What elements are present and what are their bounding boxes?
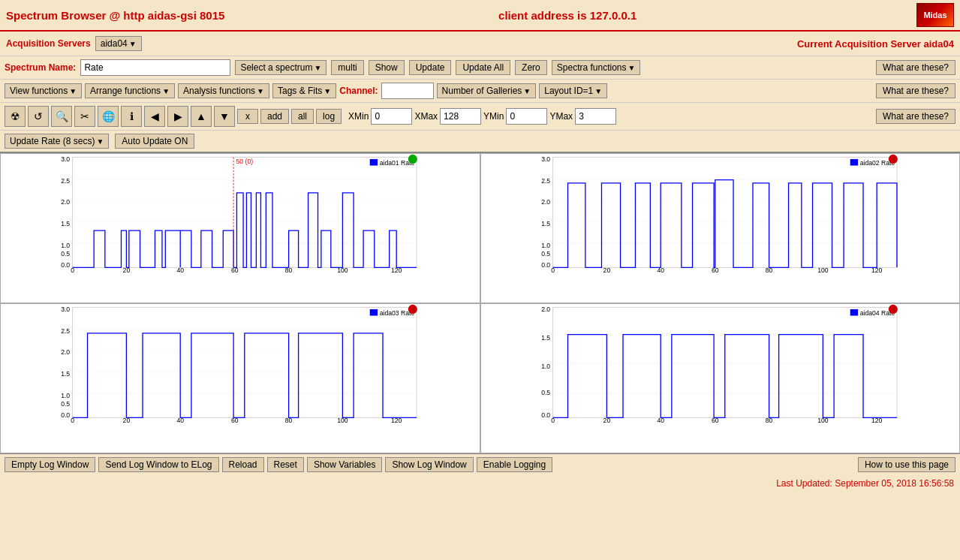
svg-text:1.5: 1.5 bbox=[61, 370, 70, 378]
info-icon-btn[interactable]: ℹ bbox=[121, 106, 142, 127]
logo: Midas bbox=[916, 3, 954, 27]
ymin-input[interactable] bbox=[506, 108, 547, 125]
svg-text:2.0: 2.0 bbox=[541, 306, 550, 313]
svg-rect-84 bbox=[850, 309, 857, 316]
chart-svg-3: 3.0 2.5 2.0 1.5 1.0 0.5 0.0 0 20 40 60 8… bbox=[1, 304, 480, 424]
send-log-btn[interactable]: Send Log Window to ELog bbox=[98, 457, 218, 472]
client-address: client address is 127.0.0.1 bbox=[498, 9, 636, 22]
charts-container: 3.0 2.5 2.0 1.5 1.0 0.5 0.0 0 20 40 60 8… bbox=[0, 153, 960, 453]
svg-text:0.5: 0.5 bbox=[541, 389, 550, 396]
footer-buttons: Empty Log Window Send Log Window to ELog… bbox=[0, 453, 960, 475]
header: Spectrum Browser @ http aidas-gsi 8015 c… bbox=[0, 0, 960, 32]
svg-text:0.0: 0.0 bbox=[541, 411, 550, 419]
globe-icon-btn[interactable]: 🌐 bbox=[98, 106, 119, 127]
svg-text:0.5: 0.5 bbox=[61, 400, 70, 408]
acquisition-row: Acquisition Servers aida04 ▼ Current Acq… bbox=[0, 32, 960, 56]
functions-what-btn[interactable]: What are these? bbox=[876, 83, 955, 98]
svg-text:1.0: 1.0 bbox=[61, 242, 70, 249]
svg-rect-7 bbox=[73, 157, 417, 267]
all-btn[interactable]: all bbox=[291, 109, 314, 124]
down-arrow-btn[interactable]: ▼ bbox=[214, 106, 235, 127]
svg-text:3.0: 3.0 bbox=[541, 155, 550, 163]
radiation-icon-btn[interactable]: ☢ bbox=[5, 106, 26, 127]
update-all-btn[interactable]: Update All bbox=[456, 60, 510, 75]
view-functions-btn[interactable]: View functions ▼ bbox=[5, 83, 82, 98]
spectrum-name-label: Spectrum Name: bbox=[5, 62, 76, 73]
icons-what-btn[interactable]: What are these? bbox=[876, 109, 955, 124]
analysis-functions-btn[interactable]: Analysis functions ▼ bbox=[178, 83, 269, 98]
tags-fits-btn[interactable]: Tags & Fits ▼ bbox=[272, 83, 336, 98]
chart-svg-4: 2.0 1.5 1.0 0.5 0.0 0 20 40 60 80 100 12… bbox=[481, 304, 960, 424]
chart-aida04: 2.0 1.5 1.0 0.5 0.0 0 20 40 60 80 100 12… bbox=[480, 303, 961, 453]
how-to-btn[interactable]: How to use this page bbox=[858, 457, 955, 472]
svg-rect-21 bbox=[370, 159, 378, 166]
svg-text:0.0: 0.0 bbox=[541, 261, 550, 269]
scissors-icon-btn[interactable]: ✂ bbox=[74, 106, 95, 127]
icons-row: ☢ ↺ 🔍 ✂ 🌐 ℹ ◀ ▶ ▲ ▼ x add all log XMin X… bbox=[0, 103, 960, 131]
svg-text:2.5: 2.5 bbox=[61, 177, 70, 185]
svg-text:50 (0): 50 (0) bbox=[236, 158, 254, 165]
spectrum-what-btn[interactable]: What are these? bbox=[876, 60, 955, 75]
spectrum-name-input[interactable] bbox=[80, 59, 230, 76]
galleries-btn[interactable]: Number of Galleries ▼ bbox=[437, 83, 537, 98]
ymax-input[interactable] bbox=[575, 108, 616, 125]
multi-btn[interactable]: multi bbox=[331, 60, 363, 75]
current-server: Current Acquisition Server aida04 bbox=[797, 38, 954, 50]
search-icon-btn[interactable]: 🔍 bbox=[51, 106, 72, 127]
svg-text:3.0: 3.0 bbox=[61, 306, 70, 313]
x-btn[interactable]: x bbox=[237, 109, 258, 124]
zero-btn[interactable]: Zero bbox=[515, 60, 547, 75]
svg-text:1.0: 1.0 bbox=[541, 363, 550, 370]
update-row: Update Rate (8 secs) ▼ Auto Update ON bbox=[0, 131, 960, 153]
chart-aida03: 3.0 2.5 2.0 1.5 1.0 0.5 0.0 0 20 40 60 8… bbox=[0, 303, 480, 453]
chart-aida02: 3.0 2.5 2.0 1.5 1.0 0.5 0.0 0 20 40 60 8… bbox=[480, 153, 961, 303]
svg-point-86 bbox=[888, 305, 897, 314]
reset-btn[interactable]: Reset bbox=[267, 457, 304, 472]
auto-update-btn[interactable]: Auto Update ON bbox=[115, 134, 194, 149]
xmin-label: XMin bbox=[348, 111, 369, 122]
acq-server-select[interactable]: aida04 ▼ bbox=[95, 36, 142, 51]
left-arrow-btn[interactable]: ◀ bbox=[144, 106, 165, 127]
svg-text:40: 40 bbox=[176, 266, 184, 274]
app-title: Spectrum Browser @ http aidas-gsi 8015 bbox=[6, 9, 224, 22]
spectra-functions-btn[interactable]: Spectra functions ▼ bbox=[552, 60, 641, 75]
update-rate-btn[interactable]: Update Rate (8 secs) ▼ bbox=[5, 134, 109, 149]
xmax-input[interactable] bbox=[440, 108, 481, 125]
svg-text:2.0: 2.0 bbox=[61, 348, 70, 356]
svg-point-45 bbox=[888, 155, 897, 164]
svg-text:1.5: 1.5 bbox=[61, 220, 70, 227]
refresh-icon-btn[interactable]: ↺ bbox=[28, 106, 49, 127]
empty-log-btn[interactable]: Empty Log Window bbox=[5, 457, 95, 472]
arrange-functions-btn[interactable]: Arrange functions ▼ bbox=[85, 83, 175, 98]
svg-text:1.5: 1.5 bbox=[541, 334, 550, 342]
show-log-btn[interactable]: Show Log Window bbox=[385, 457, 473, 472]
right-arrow-btn[interactable]: ▶ bbox=[167, 106, 188, 127]
svg-text:20: 20 bbox=[603, 266, 610, 274]
functions-row: View functions ▼ Arrange functions ▼ Ana… bbox=[0, 80, 960, 103]
add-btn[interactable]: add bbox=[260, 109, 289, 124]
channel-input[interactable] bbox=[381, 83, 434, 99]
up-arrow-btn[interactable]: ▲ bbox=[191, 106, 212, 127]
reload-btn[interactable]: Reload bbox=[222, 457, 264, 472]
svg-rect-43 bbox=[850, 159, 857, 166]
svg-text:1.0: 1.0 bbox=[541, 242, 550, 249]
show-btn[interactable]: Show bbox=[369, 60, 405, 75]
svg-text:0.5: 0.5 bbox=[541, 250, 550, 257]
xmin-input[interactable] bbox=[371, 108, 412, 125]
log-btn[interactable]: log bbox=[316, 109, 342, 124]
last-updated: Last Updated: September 05, 2018 16:56:5… bbox=[0, 475, 960, 492]
svg-text:2.0: 2.0 bbox=[541, 198, 550, 206]
show-variables-btn[interactable]: Show Variables bbox=[307, 457, 383, 472]
axis-controls: XMin XMax YMin YMax bbox=[348, 108, 616, 125]
update-btn[interactable]: Update bbox=[409, 60, 452, 75]
svg-text:3.0: 3.0 bbox=[61, 155, 70, 163]
svg-text:0.0: 0.0 bbox=[61, 261, 70, 269]
midas-logo: Midas bbox=[916, 3, 954, 27]
select-spectrum-btn[interactable]: Select a spectrum ▼ bbox=[235, 60, 327, 75]
spectrum-row: Spectrum Name: Select a spectrum ▼ multi… bbox=[0, 56, 960, 80]
xmax-label: XMax bbox=[414, 111, 438, 122]
enable-logging-btn[interactable]: Enable Logging bbox=[477, 457, 552, 472]
svg-text:2.0: 2.0 bbox=[61, 198, 70, 206]
ymin-label: YMin bbox=[483, 111, 504, 122]
layout-btn[interactable]: Layout ID=1 ▼ bbox=[539, 83, 607, 98]
